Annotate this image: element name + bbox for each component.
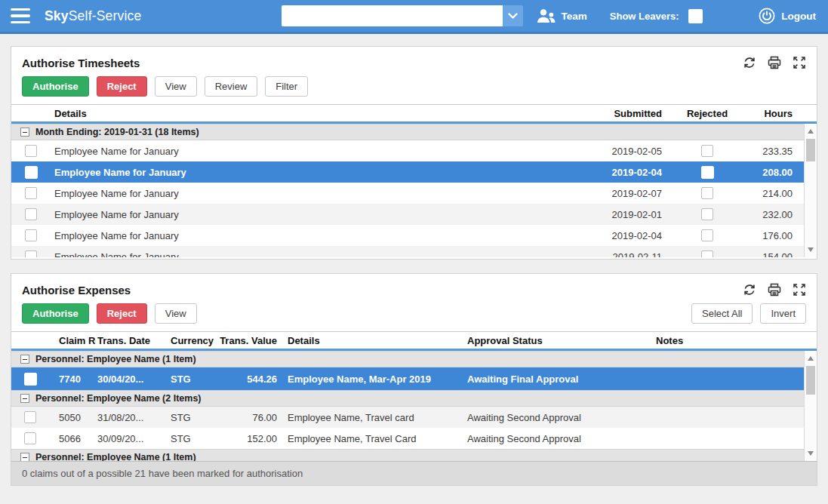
scroll-up-arrow[interactable]: [805, 125, 817, 137]
row-checkbox[interactable]: [24, 411, 36, 423]
select-all-button[interactable]: Select All: [691, 303, 753, 324]
col-currency[interactable]: Currency: [171, 335, 217, 346]
cell-currency: STG: [171, 373, 217, 385]
row-checkbox[interactable]: [24, 373, 37, 386]
collapse-icon[interactable]: [20, 355, 29, 364]
expenses-group-row[interactable]: Personnel: Employee Name (2 Items): [11, 390, 804, 407]
logout-button[interactable]: Logout: [759, 8, 816, 24]
vertical-scrollbar[interactable]: [804, 351, 817, 461]
print-icon[interactable]: [768, 283, 781, 297]
logout-label: Logout: [781, 11, 816, 22]
authorise-timesheets-panel: Authorise Timesheets Authorise Reject Vi…: [11, 46, 817, 260]
cell-details: Employee Name for January: [51, 188, 571, 199]
refresh-icon[interactable]: [743, 56, 756, 69]
col-claim-ref[interactable]: Claim Ref: [49, 335, 96, 346]
cell-details: Employee Name for January: [51, 251, 571, 258]
rejected-checkbox[interactable]: [701, 166, 714, 179]
cell-submitted: 2019-02-01: [571, 209, 669, 220]
table-row[interactable]: 5050 31/08/20... STG 76.00 Employee Name…: [11, 407, 804, 428]
status-text: 0 claims out of a possible 21 have been …: [22, 468, 303, 479]
expenses-status-bar: 0 claims out of a possible 21 have been …: [11, 461, 817, 485]
col-submitted[interactable]: Submitted: [571, 108, 669, 119]
expenses-title: Authorise Expenses: [22, 284, 131, 297]
col-approval-status[interactable]: Approval Status: [466, 335, 651, 346]
search-group: [282, 5, 523, 26]
table-row[interactable]: Employee Name for January 2019-02-07 214…: [11, 183, 804, 204]
table-row[interactable]: Employee Name for January 2019-02-05 233…: [11, 140, 804, 161]
cell-details: Employee Name, Mar-Apr 2019: [280, 373, 466, 385]
row-checkbox[interactable]: [25, 229, 37, 241]
search-dropdown-button[interactable]: [503, 5, 523, 26]
timesheets-view-button[interactable]: View: [155, 76, 197, 97]
timesheets-authorise-button[interactable]: Authorise: [22, 76, 89, 97]
timesheets-review-button[interactable]: Review: [205, 76, 258, 97]
rejected-checkbox[interactable]: [701, 250, 713, 257]
row-checkbox[interactable]: [24, 432, 36, 444]
menu-icon[interactable]: [11, 8, 30, 23]
row-checkbox[interactable]: [25, 145, 37, 157]
rejected-checkbox[interactable]: [701, 208, 713, 220]
cell-trans-date: 31/08/20...: [96, 412, 171, 423]
col-details[interactable]: Details: [51, 108, 571, 119]
table-row[interactable]: Employee Name for January 2019-02-11 154…: [11, 246, 804, 257]
collapse-icon[interactable]: [20, 394, 29, 403]
row-checkbox[interactable]: [25, 187, 37, 199]
cell-submitted: 2019-02-04: [571, 167, 669, 178]
timesheets-filter-button[interactable]: Filter: [265, 76, 308, 97]
search-input[interactable]: [282, 5, 503, 26]
cell-submitted: 2019-02-07: [571, 188, 669, 199]
vertical-scrollbar[interactable]: [804, 124, 817, 257]
col-hours[interactable]: Hours: [745, 108, 804, 119]
scroll-up-arrow[interactable]: [805, 352, 817, 364]
table-row[interactable]: 5066 30/09/20... STG 152.00 Employee Nam…: [11, 428, 804, 449]
row-checkbox[interactable]: [25, 166, 38, 179]
cell-submitted: 2019-02-04: [571, 230, 669, 241]
brand-bold: Sky: [45, 8, 69, 23]
table-row[interactable]: Employee Name for January 2019-02-04 176…: [11, 225, 804, 246]
expenses-authorise-button[interactable]: Authorise: [22, 303, 89, 324]
rejected-checkbox[interactable]: [701, 229, 713, 241]
expand-icon[interactable]: [793, 56, 806, 69]
timesheets-reject-button[interactable]: Reject: [97, 76, 147, 97]
scroll-down-arrow[interactable]: [805, 447, 817, 459]
expenses-view-button[interactable]: View: [155, 303, 197, 324]
rejected-checkbox[interactable]: [701, 145, 713, 157]
collapse-icon[interactable]: [20, 453, 29, 461]
show-leavers-label: Show Leavers:: [610, 11, 679, 22]
scroll-down-arrow[interactable]: [805, 244, 817, 256]
table-row-selected[interactable]: 7740 30/04/20... STG 544.26 Employee Nam…: [11, 367, 804, 390]
table-row[interactable]: Employee Name for January 2019-02-01 232…: [11, 204, 804, 225]
cell-details: Employee Name, Travel card: [280, 412, 466, 423]
team-button[interactable]: Team: [537, 8, 587, 23]
cell-trans-value: 76.00: [217, 412, 280, 423]
refresh-icon[interactable]: [743, 283, 756, 297]
col-trans-value[interactable]: Trans. Value: [217, 335, 280, 346]
timesheets-group-row[interactable]: Month Ending: 2019-01-31 (18 Items): [11, 124, 804, 140]
cell-details: Employee Name for January: [51, 167, 571, 178]
cell-details: Employee Name, Travel Card: [280, 433, 466, 444]
col-rejected[interactable]: Rejected: [669, 108, 745, 119]
rejected-checkbox[interactable]: [701, 187, 713, 199]
invert-button[interactable]: Invert: [760, 303, 806, 324]
scrollbar-thumb[interactable]: [806, 366, 815, 395]
scrollbar-thumb[interactable]: [806, 139, 815, 161]
cell-approval-status: Awaiting Final Approval: [466, 373, 651, 385]
collapse-icon[interactable]: [20, 128, 29, 137]
cell-approval-status: Awaiting Second Approval: [466, 412, 651, 423]
timesheets-table-header: Details Submitted Rejected Hours: [11, 104, 817, 124]
print-icon[interactable]: [768, 56, 781, 69]
show-leavers-checkbox[interactable]: [688, 9, 703, 23]
expand-icon[interactable]: [793, 283, 806, 297]
cell-approval-status: Awaiting Second Approval: [466, 433, 651, 444]
col-trans-date[interactable]: Trans. Date: [96, 335, 171, 346]
cell-hours: 176.00: [745, 230, 804, 241]
expenses-reject-button[interactable]: Reject: [97, 303, 147, 324]
expenses-group-row[interactable]: Personnel: Employee Name (1 Item): [11, 351, 804, 367]
row-checkbox[interactable]: [25, 208, 37, 220]
table-row-selected[interactable]: Employee Name for January 2019-02-04 208…: [11, 161, 804, 183]
row-checkbox[interactable]: [25, 250, 37, 257]
col-notes[interactable]: Notes: [651, 335, 804, 346]
col-details[interactable]: Details: [280, 335, 466, 346]
expenses-group-row-partial[interactable]: Personnel: Employee Name (1 Item): [11, 449, 804, 461]
group-label: Personnel: Employee Name (1 Item): [35, 452, 196, 461]
